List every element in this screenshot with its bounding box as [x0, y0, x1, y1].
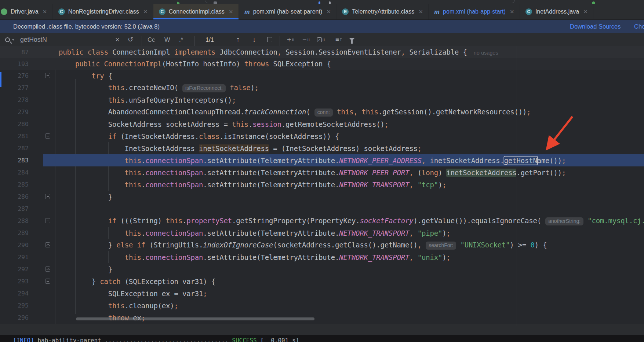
code-line-287[interactable]: 287	[0, 203, 644, 215]
tab-inetaddress-java[interactable]: CInetAddress.java×	[520, 4, 593, 19]
code-line-277[interactable]: 277this.createNewIO( isForReconnect: fal…	[0, 82, 644, 94]
fold-marker-icon[interactable]	[45, 218, 50, 223]
line-number[interactable]: 279	[0, 109, 29, 115]
close-tab-icon[interactable]: ×	[419, 9, 423, 14]
line-number[interactable]: 289	[0, 229, 29, 236]
line-number[interactable]: 285	[0, 181, 29, 188]
line-number[interactable]: 288	[0, 217, 29, 224]
class-file-icon: C	[58, 8, 65, 15]
code-line-285[interactable]: 285this.connectionSpan.setAttribute(Tele…	[0, 179, 644, 191]
line-number[interactable]: 284	[0, 169, 29, 176]
line-number[interactable]: 293	[0, 278, 29, 285]
line-number[interactable]: 291	[0, 254, 29, 261]
next-occurrence-icon[interactable]: ↓	[252, 33, 256, 46]
code-line-278[interactable]: 278this.unSafeQueryInterceptors();	[0, 94, 644, 106]
code-line-284[interactable]: 284this.connectionSpan.setAttribute(Tele…	[0, 166, 644, 179]
line-number[interactable]: 292	[0, 266, 29, 273]
code-line-293[interactable]: 293} catch (SQLException var31) {	[0, 275, 644, 287]
filter-icon[interactable]	[349, 33, 354, 46]
clear-search-icon[interactable]: ×	[115, 33, 120, 46]
regex-toggle[interactable]: .*	[179, 33, 183, 46]
search-input[interactable]: getHostN	[20, 33, 47, 46]
code-line-193[interactable]: 193public ConnectionImpl(HostInfo hostIn…	[0, 58, 644, 70]
fold-marker-icon[interactable]	[45, 194, 50, 199]
previous-occurrence-icon[interactable]: ↑	[236, 33, 240, 46]
close-tab-icon[interactable]: ×	[143, 9, 148, 14]
line-number[interactable]: 281	[0, 133, 29, 140]
close-tab-icon[interactable]: ×	[583, 9, 587, 14]
code-token: SQLException {	[269, 60, 331, 68]
download-sources-link[interactable]: Download Sources	[570, 23, 621, 30]
close-tab-icon[interactable]: ×	[43, 9, 47, 14]
code-line-279[interactable]: 279AbandonedConnectionCleanupThread.trac…	[0, 106, 644, 118]
fold-marker-icon[interactable]	[45, 133, 50, 139]
code-line-87[interactable]: 87public class ConnectionImpl implements…	[0, 46, 644, 58]
search-history-chevron-icon[interactable]	[12, 39, 15, 41]
choose-sources-link[interactable]: Choose Sources...	[634, 23, 644, 30]
run-configuration-widget[interactable]	[205, 0, 515, 3]
code-line-292[interactable]: 292}	[0, 263, 644, 275]
code-line-294[interactable]: 294SQLException ex = var31;	[0, 287, 644, 299]
find-in-selection-icon[interactable]	[267, 33, 272, 46]
search-icon[interactable]	[5, 33, 15, 46]
widget-icon	[319, 1, 320, 4]
remove-occurrence-icon[interactable]: −II	[302, 33, 310, 46]
close-tab-icon[interactable]: ×	[510, 9, 514, 14]
run-icon[interactable]	[177, 1, 180, 4]
code-line-281[interactable]: 281if (InetSocketAddress.class.isInstanc…	[0, 130, 644, 142]
code-line-282[interactable]: 282InetSocketAddress inetSocketAddress =…	[0, 142, 644, 154]
add-occurrence-icon[interactable]: +II	[287, 33, 295, 46]
code-line-290[interactable]: 290} else if (StringUtils.indexOfIgnoreC…	[0, 239, 644, 251]
fold-marker-icon[interactable]	[45, 73, 50, 78]
code-token: ) {	[535, 241, 547, 249]
log-text	[229, 337, 232, 342]
line-number[interactable]: 276	[0, 72, 29, 79]
line-number[interactable]: 280	[0, 121, 29, 128]
tab-driver-java[interactable]: Driver.java×	[0, 4, 53, 19]
tab-telemetryattribute-class[interactable]: ETelemetryAttribute.class×	[336, 4, 429, 19]
line-number[interactable]: 296	[0, 314, 29, 321]
line-number[interactable]: 278	[0, 96, 29, 103]
fold-marker-icon[interactable]	[45, 242, 50, 247]
line-number[interactable]: 193	[0, 60, 29, 67]
tool-icon[interactable]	[214, 1, 217, 4]
code-line-283[interactable]: 283this.connectionSpan.setAttribute(Tele…	[0, 154, 644, 166]
close-tab-icon[interactable]: ×	[229, 9, 233, 14]
sort-results-icon[interactable]: ≡T	[335, 33, 342, 46]
code-area[interactable]: 276try {277this.createNewIO( isForReconn…	[0, 70, 644, 324]
line-number[interactable]: 277	[0, 84, 29, 91]
tab-nonregisteringdriver-class[interactable]: CNonRegisteringDriver.class×	[53, 4, 153, 19]
fold-marker-icon[interactable]	[45, 266, 50, 272]
line-number[interactable]: 286	[0, 193, 29, 200]
tab-pom-xml-hab-app-start-[interactable]: mpom.xml (hab-app-start)×	[429, 4, 520, 19]
code-token: .isInstance(socketAddress)) {	[219, 132, 339, 140]
code-line-280[interactable]: 280SocketAddress socketAddress = this.se…	[0, 118, 644, 130]
code-line-288[interactable]: 288if (((String) this.propertySet.getStr…	[0, 215, 644, 227]
match-case-toggle[interactable]: Cc	[148, 33, 155, 46]
tab-connectionimpl-class[interactable]: CConnectionImpl.class×	[153, 4, 239, 19]
close-tab-icon[interactable]: ×	[327, 9, 331, 14]
code-line-289[interactable]: 289this.connectionSpan.setAttribute(Tele…	[0, 227, 644, 239]
code-line-295[interactable]: 295this.cleanup(ex);	[0, 299, 644, 312]
horizontal-scrollbar-thumb[interactable]	[76, 317, 314, 320]
code-token: "com.mysql.cj.protocol.NamedPipeSocketFa…	[587, 217, 644, 225]
fold-marker-icon[interactable]	[45, 279, 50, 284]
line-number[interactable]: 87	[0, 49, 29, 56]
select-all-occurrences-icon[interactable]: ✓II	[317, 33, 325, 46]
code-token: )	[438, 181, 442, 189]
line-number[interactable]: 294	[0, 290, 29, 297]
line-number[interactable]: 290	[0, 242, 29, 249]
code-line-291[interactable]: 291this.connectionSpan.setAttribute(Tele…	[0, 251, 644, 263]
line-number[interactable]: 282	[0, 145, 29, 152]
tab-pom-xml-hab-seat-parent-[interactable]: mpom.xml (hab-seat-parent)×	[239, 4, 336, 19]
code-token: .setAttribute(TelemetryAttribute.	[203, 169, 339, 177]
status-icon[interactable]	[592, 1, 595, 4]
line-number[interactable]: 283	[0, 157, 29, 164]
code-token: inetSocketAddress	[199, 144, 269, 152]
code-line-276[interactable]: 276try {	[0, 70, 644, 82]
words-toggle[interactable]: W	[164, 33, 170, 46]
line-number[interactable]: 287	[0, 205, 29, 212]
code-line-286[interactable]: 286}	[0, 191, 644, 203]
line-number[interactable]: 295	[0, 302, 29, 309]
new-line-icon[interactable]: ↺	[128, 33, 133, 46]
